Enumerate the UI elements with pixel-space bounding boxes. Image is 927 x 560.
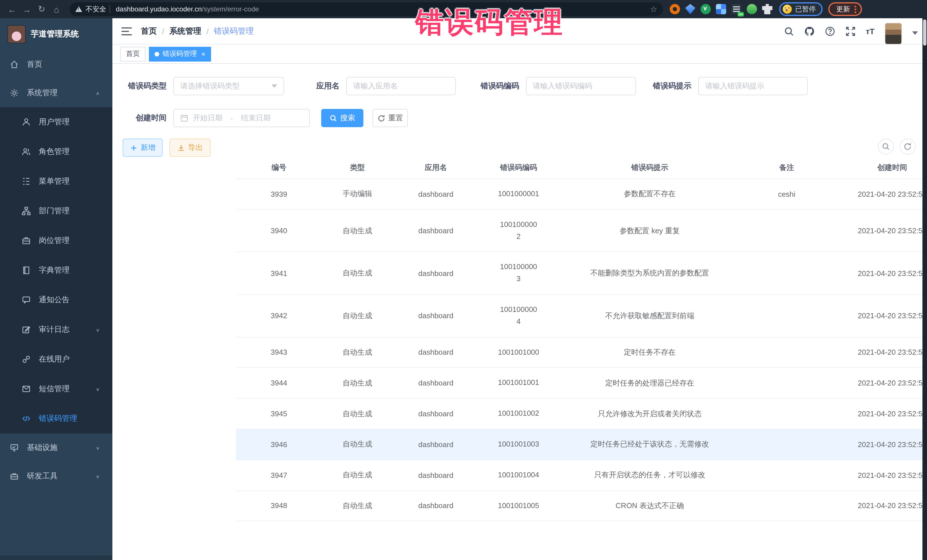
error-code-table: 编号类型应用名错误码编码错误码提示备注创建时间操作 3939手动编辑dashbo… bbox=[236, 157, 927, 522]
users-icon bbox=[22, 147, 31, 156]
paused-extension-badge[interactable]: 已暂停 bbox=[779, 2, 823, 16]
cell-msg: 只允许修改为开启或者关闭状态 bbox=[558, 398, 741, 429]
table-row: 3942自动生成dashboard100100000 4不允许获取敏感配置到前端… bbox=[236, 294, 927, 337]
extensions-puzzle-icon[interactable] bbox=[762, 4, 772, 14]
column-header-类型: 类型 bbox=[322, 157, 393, 179]
sidebar-item-label: 岗位管理 bbox=[39, 235, 70, 246]
search-icon[interactable] bbox=[784, 26, 794, 36]
table-row: 3946自动生成dashboard1001001003定时任务已经处于该状态，无… bbox=[236, 429, 927, 460]
table-row: 3943自动生成dashboard1001001000定时任务不存在2021-0… bbox=[236, 337, 927, 368]
sidebar-item-label: 部门管理 bbox=[39, 206, 70, 216]
github-icon[interactable] bbox=[804, 26, 815, 36]
export-button[interactable]: 导出 bbox=[169, 138, 211, 157]
refresh-table-icon[interactable] bbox=[900, 138, 916, 155]
cell-id: 3948 bbox=[236, 490, 322, 521]
reset-button-label: 重置 bbox=[388, 113, 403, 123]
browser-back-icon[interactable]: ← bbox=[5, 2, 20, 17]
page-scrollbar[interactable] bbox=[922, 18, 927, 560]
cell-time: 2021-04-20 23:52:56 bbox=[832, 209, 927, 252]
chevron-down-icon: ∨ bbox=[96, 445, 100, 450]
sidebar-item-用户管理[interactable]: 用户管理 bbox=[0, 107, 112, 137]
sidebar-item-岗位管理[interactable]: 岗位管理 bbox=[0, 226, 112, 255]
collapse-sidebar-icon[interactable] bbox=[122, 27, 132, 35]
extension-green-icon[interactable] bbox=[701, 4, 711, 14]
org-tree-icon bbox=[22, 206, 31, 216]
tab-close-icon[interactable]: × bbox=[201, 50, 205, 58]
menu-tree-icon bbox=[22, 177, 31, 186]
fullscreen-icon[interactable] bbox=[845, 26, 856, 36]
sidebar-logo-row[interactable]: 芋道管理系统 bbox=[0, 18, 112, 50]
toggle-search-icon[interactable] bbox=[878, 138, 894, 155]
sidebar-item-菜单管理[interactable]: 菜单管理 bbox=[0, 167, 112, 196]
browser-menu-dots-icon[interactable] bbox=[854, 5, 856, 13]
font-size-icon[interactable]: тT bbox=[866, 27, 874, 36]
home-icon bbox=[10, 60, 19, 69]
extension-grid-icon[interactable] bbox=[716, 4, 726, 14]
sidebar-item-通知公告[interactable]: 通知公告 bbox=[0, 285, 112, 315]
cell-msg: 参数配置不存在 bbox=[558, 179, 741, 209]
tab-错误码管理[interactable]: 错误码管理× bbox=[149, 47, 211, 61]
error-code-label: 错误码编码 bbox=[474, 81, 526, 91]
cell-memo bbox=[741, 398, 832, 429]
calendar-icon bbox=[180, 114, 188, 122]
cell-type: 自动生成 bbox=[322, 490, 393, 521]
browser-home-icon[interactable]: ⌂ bbox=[49, 2, 64, 17]
address-bar[interactable]: 不安全 dashboard.yudao.iocoder.cn/system/er… bbox=[70, 2, 663, 16]
cell-type: 自动生成 bbox=[322, 368, 393, 399]
browser-forward-icon[interactable]: → bbox=[20, 2, 34, 17]
cell-app: dashboard bbox=[393, 490, 479, 521]
sidebar-item-部门管理[interactable]: 部门管理 bbox=[0, 196, 112, 226]
cell-msg: CRON 表达式不正确 bbox=[558, 490, 741, 521]
sidebar-item-短信管理[interactable]: 短信管理∨ bbox=[0, 374, 112, 404]
cell-app: dashboard bbox=[393, 368, 479, 399]
extension-list-icon[interactable]: on bbox=[731, 4, 742, 14]
add-button[interactable]: 新增 bbox=[123, 138, 163, 157]
cell-time: 2021-04-20 23:52:56 bbox=[832, 398, 927, 429]
sidebar-item-审计日志[interactable]: 审计日志∨ bbox=[0, 315, 112, 344]
date-range-picker[interactable]: 开始日期 - 结束日期 bbox=[173, 109, 310, 127]
sidebar-item-错误码管理[interactable]: 错误码管理 bbox=[0, 404, 112, 433]
error-hint-label: 错误码提示 bbox=[646, 81, 698, 91]
extension-diamond-icon[interactable] bbox=[685, 4, 695, 14]
sidebar: 芋道管理系统 首页系统管理∧用户管理角色管理菜单管理部门管理岗位管理字典管理通知… bbox=[0, 18, 112, 560]
cell-code: 1001001000 bbox=[479, 337, 558, 368]
table-row: 3940自动生成dashboard100100000 2参数配置 key 重复2… bbox=[236, 209, 927, 252]
error-type-select[interactable]: 请选择错误码类型 bbox=[173, 77, 284, 95]
help-icon[interactable] bbox=[825, 26, 835, 36]
sidebar-item-研发工具[interactable]: 研发工具∨ bbox=[0, 462, 112, 490]
url-domain: dashboard.yudao.iocoder.cn bbox=[116, 5, 202, 13]
sidebar-item-基础设施[interactable]: 基础设施∨ bbox=[0, 433, 112, 462]
reset-button[interactable]: 重置 bbox=[372, 109, 408, 127]
tab-首页[interactable]: 首页 bbox=[120, 47, 146, 61]
extension-orange-icon[interactable] bbox=[670, 4, 680, 14]
error-code-input[interactable]: 请输入错误码编码 bbox=[526, 77, 636, 95]
app-name-label: 应用名 bbox=[308, 81, 346, 91]
sidebar-item-字典管理[interactable]: 字典管理 bbox=[0, 255, 112, 285]
sidebar-item-首页[interactable]: 首页 bbox=[0, 50, 112, 79]
emoji-face-icon bbox=[783, 5, 792, 14]
breadcrumb-item-首页[interactable]: 首页 bbox=[141, 26, 157, 36]
scrollbar-thumb[interactable] bbox=[923, 20, 926, 46]
sidebar-item-角色管理[interactable]: 角色管理 bbox=[0, 137, 112, 167]
table-row: 3939手动编辑dashboard1001000001参数配置不存在ceshi2… bbox=[236, 179, 927, 209]
sidebar-item-系统管理[interactable]: 系统管理∧ bbox=[0, 79, 112, 107]
avatar-caret-icon[interactable] bbox=[912, 31, 918, 35]
extension-spy-icon[interactable] bbox=[747, 4, 757, 14]
cell-type: 自动生成 bbox=[322, 398, 393, 429]
cell-code: 1001001005 bbox=[479, 490, 558, 521]
overlay-annotation-title: 错误码管理 bbox=[415, 3, 564, 42]
user-avatar[interactable] bbox=[885, 23, 902, 44]
browser-reload-icon[interactable]: ↻ bbox=[34, 2, 49, 17]
search-button[interactable]: 搜索 bbox=[321, 109, 363, 127]
browser-update-button[interactable]: 更新 bbox=[828, 2, 862, 16]
app-name-input[interactable]: 请输入应用名 bbox=[346, 77, 456, 95]
breadcrumb-item-错误码管理: 错误码管理 bbox=[214, 26, 254, 36]
error-hint-input[interactable]: 请输入错误码提示 bbox=[698, 77, 808, 95]
cell-app: dashboard bbox=[393, 294, 479, 337]
column-header-创建时间: 创建时间 bbox=[832, 157, 927, 179]
table-header-row: 编号类型应用名错误码编码错误码提示备注创建时间操作 bbox=[236, 157, 927, 179]
sidebar-item-在线用户[interactable]: 在线用户 bbox=[0, 344, 112, 374]
breadcrumb-item-系统管理[interactable]: 系统管理 bbox=[169, 26, 201, 36]
chevron-down-icon: ∨ bbox=[96, 473, 100, 479]
bookmark-star-icon[interactable]: ☆ bbox=[650, 5, 657, 14]
